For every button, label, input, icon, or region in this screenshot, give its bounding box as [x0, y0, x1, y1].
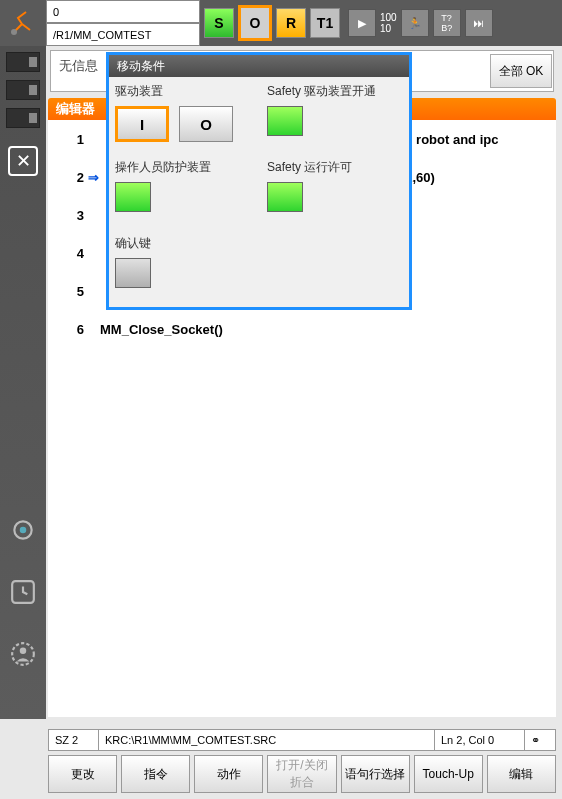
svg-point-5: [20, 648, 27, 655]
motion-conditions-dialog: 移动条件 驱动装置 I O Safety 驱动装置开通 操作人员防护装置 Saf…: [106, 52, 412, 310]
drive-on-button[interactable]: I: [115, 106, 169, 142]
program-info[interactable]: 0 /R1/MM_COMTEST: [46, 0, 200, 46]
safety-run-indicator: [267, 182, 303, 212]
robot-icon: [0, 0, 46, 46]
safety-run-label: Safety 运行许可: [267, 159, 352, 176]
drive-off-button[interactable]: O: [179, 106, 233, 142]
svg-point-2: [20, 527, 27, 534]
message-text: 无信息: [59, 57, 98, 75]
status-pos: Ln 2, Col 0: [435, 730, 525, 750]
sidebar-item-1[interactable]: [6, 52, 40, 72]
status-s-button[interactable]: S: [204, 8, 234, 38]
fold-button[interactable]: 打开/关闭 折合: [267, 755, 336, 793]
sidebar-item-2[interactable]: [6, 80, 40, 100]
all-ok-button[interactable]: 全部 OK: [490, 54, 552, 88]
tool-base-icon[interactable]: T? B?: [433, 9, 461, 37]
line-select-button[interactable]: 语句行选择: [341, 755, 410, 793]
left-sidebar: ✕: [0, 46, 46, 719]
bottom-toolbar: 更改 指令 动作 打开/关闭 折合 语句行选择 Touch-Up 编辑: [48, 755, 556, 793]
dialog-title: 移动条件: [109, 55, 409, 77]
status-link-icon: ⚭: [525, 730, 555, 750]
command-button[interactable]: 指令: [121, 755, 190, 793]
play-icon[interactable]: ▶: [348, 9, 376, 37]
sidebar-item-3[interactable]: [6, 108, 40, 128]
operator-guard-label: 操作人员防护装置: [115, 159, 211, 176]
confirm-key-indicator: [115, 258, 151, 288]
skip-icon[interactable]: ⏭: [465, 9, 493, 37]
run-mode-icon[interactable]: 🏃: [401, 9, 429, 37]
change-button[interactable]: 更改: [48, 755, 117, 793]
gear-icon[interactable]: [6, 513, 40, 547]
info-line-2: /R1/MM_COMTEST: [46, 23, 200, 46]
current-line-arrow: ⇒: [88, 170, 99, 185]
motion-button[interactable]: 动作: [194, 755, 263, 793]
mode-t1-button[interactable]: T1: [310, 8, 340, 38]
clock-icon[interactable]: [6, 575, 40, 609]
status-path: KRC:\R1\MM\MM_COMTEST.SRC: [99, 730, 435, 750]
confirm-key-label: 确认键: [115, 235, 151, 252]
status-o-button[interactable]: O: [238, 5, 272, 41]
top-bar: 0 /R1/MM_COMTEST S O R T1 ▶ 100 10 🏃 T? …: [0, 0, 562, 46]
status-bar: SZ 2 KRC:\R1\MM\MM_COMTEST.SRC Ln 2, Col…: [48, 729, 556, 751]
safety-drive-indicator: [267, 106, 303, 136]
close-icon[interactable]: ✕: [8, 146, 38, 176]
user-icon[interactable]: [6, 637, 40, 671]
operator-guard-indicator: [115, 182, 151, 212]
drive-label: 驱动装置: [115, 83, 233, 100]
safety-drive-label: Safety 驱动装置开通: [267, 83, 376, 100]
status-sz: SZ 2: [49, 730, 99, 750]
status-r-button[interactable]: R: [276, 8, 306, 38]
code-line: 6MM_Close_Socket(): [48, 310, 556, 348]
edit-button[interactable]: 编辑: [487, 755, 556, 793]
touchup-button[interactable]: Touch-Up: [414, 755, 483, 793]
info-line-1: 0: [46, 0, 200, 23]
svg-point-0: [11, 29, 17, 35]
speed-display: 100 10: [380, 12, 397, 34]
